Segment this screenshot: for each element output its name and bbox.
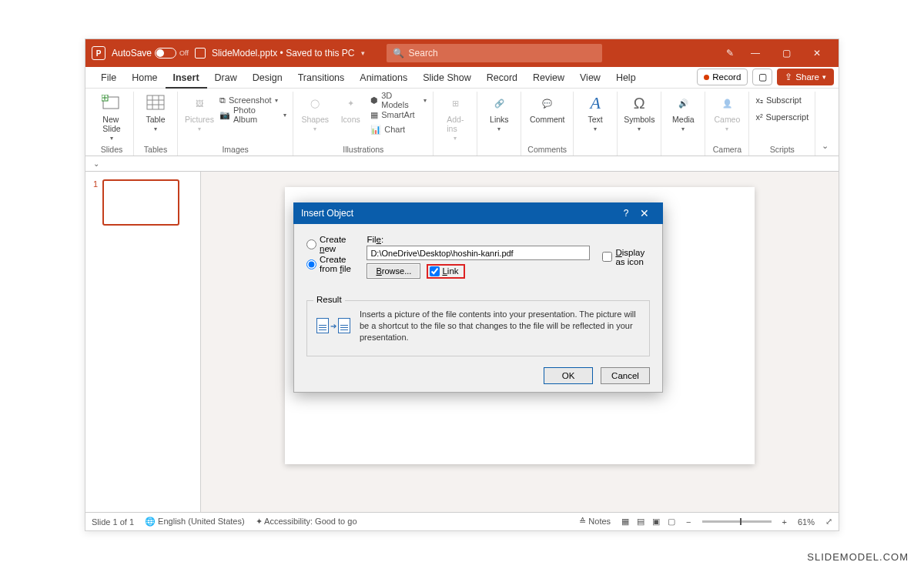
- normal-view-icon[interactable]: ▦: [621, 517, 629, 527]
- reading-view-icon[interactable]: ▣: [652, 517, 660, 527]
- accessibility-status[interactable]: ✦ Accessibility: Good to go: [256, 517, 357, 527]
- present-button[interactable]: ▢: [752, 69, 772, 85]
- autosave-label: AutoSave: [112, 48, 152, 59]
- cameo-button[interactable]: 👤Cameo▾: [711, 93, 742, 132]
- language-status[interactable]: 🌐 English (United States): [145, 517, 245, 527]
- tab-transitions[interactable]: Transitions: [290, 67, 353, 89]
- tab-draw[interactable]: Draw: [207, 67, 245, 89]
- comment-button[interactable]: 💬Comment: [530, 93, 565, 124]
- photo-album-icon: 📷: [219, 110, 230, 120]
- tab-slide-show[interactable]: Slide Show: [415, 67, 479, 89]
- new-slide-button[interactable]: New Slide▾: [96, 93, 127, 142]
- superscript-button[interactable]: x²Superscript: [755, 110, 808, 124]
- slide-thumbnail[interactable]: [102, 179, 179, 226]
- group-media: 🔊Media▾: [661, 92, 705, 156]
- chart-icon: 📊: [370, 125, 381, 135]
- radio-create-from-file[interactable]: Create from file: [306, 255, 354, 273]
- browse-button[interactable]: Browse...: [367, 263, 420, 279]
- dialog-title: Insert Object: [301, 208, 353, 219]
- chevron-down-icon[interactable]: ▾: [361, 49, 365, 57]
- new-slide-icon: [101, 93, 122, 113]
- table-button[interactable]: Table▾: [140, 93, 171, 132]
- group-tables: Table▾ Tables: [134, 92, 178, 156]
- 3d-models-button[interactable]: ⬢3D Models ▾: [370, 93, 427, 107]
- media-button[interactable]: 🔊Media▾: [668, 93, 698, 132]
- notes-button[interactable]: ≙ Notes: [579, 517, 611, 527]
- tab-insert[interactable]: Insert: [166, 67, 207, 89]
- display-as-icon-checkbox[interactable]: [602, 252, 612, 262]
- tab-help[interactable]: Help: [608, 67, 644, 89]
- file-label: File:: [367, 235, 590, 244]
- tab-view[interactable]: View: [572, 67, 608, 89]
- sorter-view-icon[interactable]: ▤: [637, 517, 644, 527]
- zoom-out-button[interactable]: −: [686, 517, 691, 527]
- speaker-icon: 🔊: [672, 93, 694, 113]
- link-label: Link: [442, 266, 458, 276]
- menu-tabs: File Home Insert Draw Design Transitions…: [85, 67, 839, 89]
- minimize-button[interactable]: —: [740, 42, 771, 65]
- share-button[interactable]: ⇪Share▾: [777, 69, 834, 85]
- ok-button[interactable]: OK: [544, 367, 593, 384]
- subscript-button[interactable]: x₂Subscript: [755, 93, 808, 107]
- search-box[interactable]: 🔍: [387, 44, 602, 62]
- zoom-slider[interactable]: [702, 520, 772, 523]
- icons-button[interactable]: ✦Icons: [335, 93, 366, 124]
- shapes-button[interactable]: ◯Shapes▾: [300, 93, 330, 132]
- group-slides: New Slide▾ Slides: [90, 92, 134, 156]
- ribbon-collapse-icon[interactable]: ⌄: [815, 92, 834, 156]
- chevron-icon[interactable]: ⌄: [93, 159, 99, 168]
- autosave-toggle[interactable]: AutoSave Off: [112, 48, 189, 59]
- search-icon: 🔍: [393, 48, 404, 59]
- autosave-state: Off: [179, 49, 189, 57]
- pictures-icon: 🖼: [189, 93, 210, 113]
- view-buttons: ▦ ▤ ▣ ▢: [621, 517, 675, 527]
- chart-button[interactable]: 📊Chart: [370, 122, 427, 136]
- share-icon: ⇪: [785, 72, 792, 82]
- record-button[interactable]: Record: [697, 69, 748, 85]
- canvas-area: Insert Object ? ✕ Create new Create from…: [201, 172, 839, 512]
- pictures-button[interactable]: 🖼 Pictures▾: [184, 93, 215, 132]
- subscript-icon: x₂: [755, 95, 763, 105]
- tab-design[interactable]: Design: [245, 67, 290, 89]
- pen-icon[interactable]: ✎: [726, 48, 734, 59]
- link-icon: 🔗: [488, 93, 510, 113]
- save-icon[interactable]: [195, 48, 206, 59]
- status-bar: Slide 1 of 1 🌐 English (United States) ✦…: [85, 512, 839, 530]
- dialog-help-button[interactable]: ?: [618, 208, 634, 219]
- tab-home[interactable]: Home: [124, 67, 165, 89]
- radio-create-new[interactable]: Create new: [306, 235, 354, 253]
- group-illustrations: ◯Shapes▾ ✦Icons ⬢3D Models ▾ ▦SmartArt 📊…: [293, 92, 434, 156]
- file-path-input[interactable]: [367, 246, 590, 260]
- group-text: AText▾: [574, 92, 618, 156]
- links-button[interactable]: 🔗Links▾: [484, 93, 514, 132]
- search-input[interactable]: [409, 48, 596, 59]
- document-title: SlideModel.pptx • Saved to this PC: [212, 48, 355, 59]
- tab-animations[interactable]: Animations: [352, 67, 415, 89]
- cancel-button[interactable]: Cancel: [601, 367, 650, 384]
- display-as-icon-label: Display as icon: [615, 248, 650, 266]
- slide-thumbnails: 1: [85, 172, 201, 512]
- link-checkbox[interactable]: [430, 266, 440, 276]
- group-links: 🔗Links▾: [477, 92, 521, 156]
- text-button[interactable]: AText▾: [580, 93, 611, 132]
- zoom-in-button[interactable]: +: [782, 517, 787, 527]
- addins-button[interactable]: ⊞Add- ins▾: [440, 93, 470, 142]
- group-symbols: ΩSymbols▾: [618, 92, 661, 156]
- result-text: Inserts a picture of the file contents i…: [360, 309, 640, 343]
- slide-count: Slide 1 of 1: [92, 517, 134, 527]
- photo-album-button[interactable]: 📷Photo Album ▾: [219, 108, 286, 122]
- superscript-icon: x²: [755, 112, 762, 122]
- slideshow-view-icon[interactable]: ▢: [668, 517, 675, 527]
- tab-file[interactable]: File: [93, 67, 124, 89]
- close-button[interactable]: ✕: [802, 42, 832, 65]
- tab-review[interactable]: Review: [525, 67, 572, 89]
- tab-record[interactable]: Record: [479, 67, 525, 89]
- dialog-close-button[interactable]: ✕: [634, 207, 655, 219]
- maximize-button[interactable]: ▢: [771, 42, 802, 65]
- screenshot-icon: ⧉: [219, 95, 226, 105]
- omega-icon: Ω: [628, 93, 650, 113]
- fit-button[interactable]: ⤢: [825, 517, 832, 527]
- text-icon: A: [584, 93, 606, 113]
- symbols-button[interactable]: ΩSymbols▾: [624, 93, 654, 132]
- smartart-button[interactable]: ▦SmartArt: [370, 108, 427, 122]
